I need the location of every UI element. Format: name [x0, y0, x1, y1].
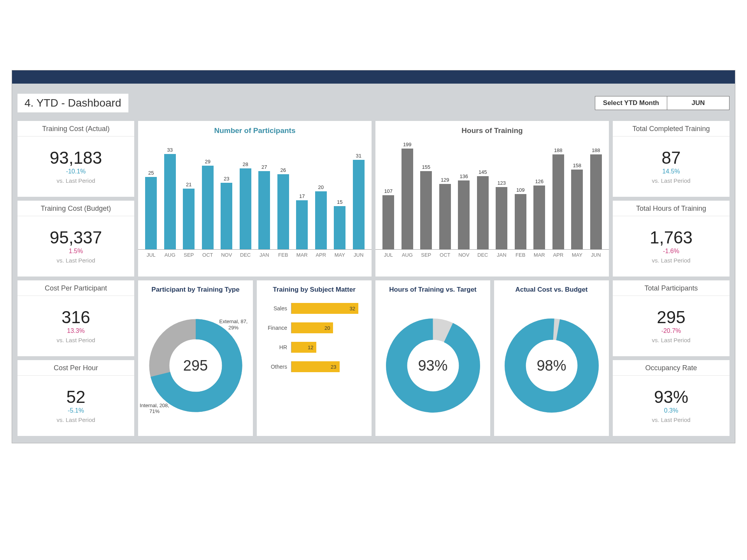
axis-row: JULAUGSEPOCTNOVDECJANFEBMARAPRMAYJUN	[375, 249, 609, 261]
kpi-sub: vs. Last Period	[56, 177, 95, 184]
axis-label: SEP	[418, 252, 435, 258]
hbar-row: Others23	[264, 361, 365, 372]
bar-value-label: 33	[167, 147, 173, 153]
kpi-training-cost-actual: Training Cost (Actual) 93,183 -10.1% vs.…	[18, 121, 134, 197]
kpi-sub: vs. Last Period	[56, 337, 95, 343]
axis-label: DEC	[475, 252, 491, 258]
bar-col: 123	[493, 180, 510, 249]
bar	[439, 184, 451, 249]
kpi-value: 1,763	[650, 229, 693, 246]
month-selector[interactable]: Select YTD Month JUN	[595, 96, 729, 110]
axis-label: NOV	[456, 252, 472, 258]
bar-col: 31	[351, 153, 367, 249]
kpi-total-hours: Total Hours of Training 1,763 -1.6% vs. …	[613, 201, 729, 276]
hbar-row: Finance20	[264, 322, 365, 333]
bar-value-label: 199	[403, 142, 412, 147]
bar-col: 145	[475, 169, 491, 250]
axis-label: SEP	[181, 252, 197, 258]
kpi-sub: vs. Last Period	[56, 416, 95, 423]
bar-value-label: 145	[479, 169, 487, 175]
middle-right-split: Hours of Training vs. Target 93% Actual …	[375, 280, 609, 436]
bar-value-label: 17	[299, 193, 305, 199]
axis-label: AUG	[399, 252, 416, 258]
gauge-center: 98%	[537, 357, 566, 374]
bar-value-label: 25	[148, 170, 154, 176]
hbar-track: 20	[291, 322, 365, 333]
select-label: Select YTD Month	[595, 96, 667, 110]
kpi-training-cost-budget: Training Cost (Budget) 95,337 1.5% vs. L…	[18, 201, 134, 276]
bar	[402, 149, 413, 249]
hbar-track: 32	[291, 303, 365, 314]
kpi-delta: 0.3%	[664, 407, 678, 414]
bar-col: 21	[181, 182, 197, 249]
bar-value-label: 27	[261, 164, 267, 170]
kpi-sub: vs. Last Period	[652, 177, 690, 184]
hbar-row: Sales32	[264, 303, 365, 314]
axis-label: AUG	[162, 252, 179, 258]
hbar: 32	[291, 303, 358, 314]
donut-label-internal: Internal, 208, 71%	[139, 402, 170, 415]
bar	[145, 177, 157, 249]
kpi-sub: vs. Last Period	[652, 257, 690, 264]
hbar-area: Sales32Finance20HR12Others23	[257, 295, 372, 376]
bar	[164, 154, 176, 249]
axis-label: JUL	[380, 252, 397, 258]
hours-chart: Hours of Training 1071991551291361451231…	[375, 121, 609, 276]
bar	[533, 186, 545, 249]
bar-value-label: 31	[356, 153, 361, 159]
kpi-value: 87	[662, 149, 681, 166]
kpi-value: 93%	[654, 388, 688, 406]
kpi-delta: 1.5%	[69, 248, 83, 255]
chart-title: Hours of Training vs. Target	[375, 280, 490, 295]
axis-label: MAR	[531, 252, 548, 258]
participants-chart: Number of Participants 25332129232827261…	[138, 121, 372, 276]
hbar-track: 12	[291, 342, 365, 353]
bar	[552, 154, 564, 249]
bar-col: 126	[531, 178, 548, 249]
bar-area: 107199155129136145123109126188158188	[375, 136, 609, 249]
bar	[334, 206, 345, 249]
bar-col: 26	[275, 167, 292, 249]
bar-value-label: 20	[318, 184, 324, 190]
bar	[296, 200, 308, 249]
kpi-value: 316	[61, 309, 90, 326]
bar-col: 20	[313, 184, 330, 249]
chart-title: Training by Subject Matter	[257, 280, 372, 295]
hbar-category: Finance	[264, 325, 287, 331]
bar-value-label: 109	[516, 187, 525, 193]
axis-label: JUN	[588, 252, 605, 258]
bar	[315, 191, 327, 249]
kpi-occupancy-rate: Occupancy Rate 93% 0.3% vs. Last Period	[613, 360, 729, 436]
donut-center: 295	[183, 357, 208, 374]
axis-label: MAY	[331, 252, 348, 258]
select-value[interactable]: JUN	[667, 96, 729, 110]
bar-value-label: 28	[243, 161, 248, 167]
bar-value-label: 188	[592, 147, 600, 153]
axis-label: JUL	[143, 252, 160, 258]
kpi-delta: 13.3%	[67, 327, 84, 334]
bar	[221, 183, 232, 249]
bar	[515, 194, 526, 249]
kpi-title: Total Completed Training	[613, 121, 729, 136]
bar-col: 129	[437, 177, 454, 249]
kpi-value: 93,183	[50, 149, 102, 166]
bar	[240, 168, 251, 249]
bar-value-label: 26	[281, 167, 286, 173]
bar	[477, 176, 489, 250]
bar-value-label: 126	[535, 178, 544, 184]
bar	[183, 189, 195, 249]
axis-label: MAY	[569, 252, 586, 258]
bar-area: 253321292328272617201531	[138, 136, 372, 249]
kpi-sub: vs. Last Period	[652, 337, 690, 343]
kpi-value: 295	[657, 309, 685, 326]
chart-title: Hours of Training	[375, 121, 609, 136]
bar	[353, 160, 365, 249]
bar-col: 29	[200, 159, 216, 249]
bar-value-label: 155	[422, 164, 430, 170]
kpi-title: Total Participants	[613, 280, 729, 296]
kpi-title: Total Hours of Training	[613, 201, 729, 216]
bar-col: 23	[218, 176, 235, 249]
hbar-category: HR	[264, 344, 287, 350]
page-title: 4. YTD - Dashboard	[18, 94, 128, 112]
axis-row: JULAUGSEPOCTNOVDECJANFEBMARAPRMAYJUN	[138, 249, 372, 261]
